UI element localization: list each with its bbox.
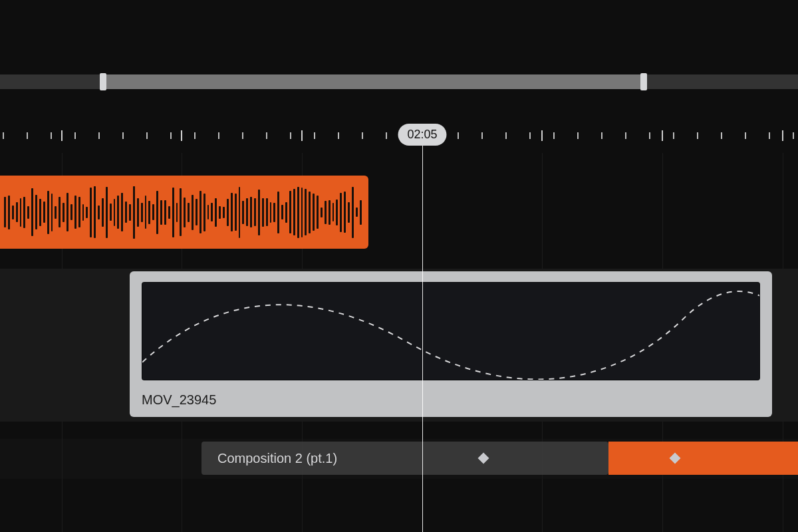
timeline-range-track[interactable] [0, 74, 798, 89]
clip-video-preview [142, 282, 760, 380]
range-handle-end[interactable] [640, 73, 647, 90]
timeline-editor: 02:05 MOV_23945 Composition 2 (pt.1) [0, 0, 798, 532]
clip-video-selected[interactable]: MOV_23945 [130, 271, 772, 417]
playhead-time-pill[interactable]: 02:05 [398, 124, 446, 146]
clip-audio[interactable] [0, 176, 368, 249]
playhead-line[interactable] [422, 145, 423, 532]
clip-video-label: MOV_23945 [142, 392, 760, 408]
clip-composition-label: Composition 2 (pt.1) [217, 451, 337, 466]
playhead-time-label: 02:05 [407, 128, 437, 141]
timeline-range-selection[interactable] [103, 74, 644, 89]
clip-composition[interactable]: Composition 2 (pt.1) [201, 442, 608, 475]
clip-composition-extension[interactable] [608, 442, 798, 475]
range-handle-start[interactable] [100, 73, 106, 90]
waveform-icon [0, 176, 368, 249]
